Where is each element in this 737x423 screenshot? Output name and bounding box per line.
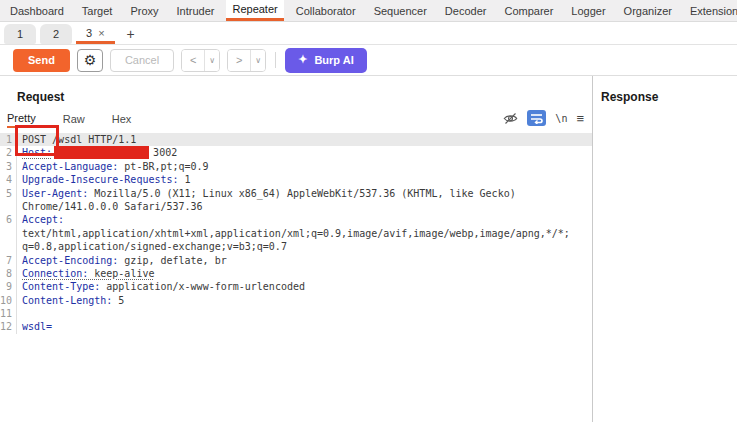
request-line[interactable]: 3Accept-Language: pt-BR,pt;q=0.9 [0, 160, 592, 173]
request-line[interactable]: 8Connection: keep-alive [0, 267, 592, 280]
history-forward-dropdown[interactable]: ∨ [250, 50, 265, 71]
menu-item-dashboard[interactable]: Dashboard [4, 0, 70, 21]
request-line[interactable]: 11 [0, 307, 592, 320]
line-content: Connection: keep-alive [17, 267, 154, 280]
text-segment: Chrome/141.0.0.0 Safari/537.36 [22, 201, 203, 212]
request-line[interactable]: 4Upgrade-Insecure-Requests: 1 [0, 173, 592, 186]
text-segment: pt-BR,pt;q=0.9 [118, 161, 208, 172]
header-name: Upgrade-Insecure-Requests: [22, 174, 179, 185]
header-name: Content-Type: [22, 281, 100, 292]
header-name: Accept: [22, 214, 64, 225]
request-line[interactable]: Chrome/141.0.0.0 Safari/537.36 [0, 200, 592, 213]
line-content: Content-Length: 5 [17, 294, 124, 307]
header-name: Content-Length: [22, 295, 112, 306]
view-tab-raw[interactable]: Raw [63, 113, 85, 127]
chevron-right-icon: > [236, 54, 242, 66]
request-line[interactable]: 9Content-Type: application/x-www-form-ur… [0, 280, 592, 293]
text-segment: application/x-www-form-urlencoded [100, 281, 305, 292]
line-number [0, 200, 17, 213]
view-tab-pretty[interactable]: Pretty [7, 112, 36, 128]
word-wrap-icon[interactable] [527, 110, 546, 126]
line-number: 4 [0, 173, 17, 186]
request-line[interactable]: 12wsdl= [0, 320, 592, 333]
text-segment: text/html,application/xhtml+xml,applicat… [22, 228, 570, 239]
editor-menu-icon[interactable]: ≡ [576, 111, 584, 126]
line-number: 11 [0, 307, 17, 320]
request-line[interactable]: 5User-Agent: Mozilla/5.0 (X11; Linux x86… [0, 187, 592, 200]
request-settings-button[interactable]: ⚙ [77, 49, 103, 72]
request-line[interactable]: 1POST /wsdl HTTP/1.1 [0, 133, 592, 146]
header-name: Connection: [22, 268, 88, 279]
request-line[interactable]: text/html,application/xhtml+xml,applicat… [0, 227, 592, 240]
repeater-tab-strip: 123×+ [0, 22, 737, 45]
repeater-tab-1[interactable]: 1 [4, 24, 36, 44]
line-number [0, 240, 17, 253]
repeater-tab-2[interactable]: 2 [40, 24, 72, 44]
gear-icon: ⚙ [84, 52, 97, 68]
line-content: wsdl= [17, 320, 52, 333]
history-forward-button[interactable]: > [228, 50, 250, 71]
chevron-down-icon: ∨ [255, 56, 261, 65]
line-content: POST /wsdl HTTP/1.1 [17, 133, 136, 146]
text-segment: 5 [112, 295, 124, 306]
request-line[interactable]: 10Content-Length: 5 [0, 294, 592, 307]
request-view-tabs: PrettyRawHex [7, 112, 592, 128]
request-line[interactable]: 2Host:3002 [0, 146, 592, 159]
menu-item-collaborator[interactable]: Collaborator [290, 0, 362, 21]
history-forward-splitbutton: > ∨ [227, 49, 266, 72]
burp-ai-button[interactable]: ✦ Burp AI [285, 48, 367, 73]
request-line[interactable]: 6Accept: [0, 213, 592, 226]
redaction-box [54, 146, 149, 159]
line-content: User-Agent: Mozilla/5.0 (X11; Linux x86_… [17, 187, 516, 200]
menu-item-logger[interactable]: Logger [565, 0, 611, 21]
body-parameter: wsdl= [22, 321, 52, 332]
menu-item-target[interactable]: Target [76, 0, 119, 21]
menu-item-comparer[interactable]: Comparer [498, 0, 559, 21]
text-segment: Mozilla/5.0 (X11; Linux x86_64) AppleWeb… [88, 188, 515, 199]
cancel-button[interactable]: Cancel [110, 49, 174, 72]
response-panel: Response [593, 76, 737, 422]
header-name: Accept-Encoding: [22, 255, 118, 266]
text-segment: POST /wsdl HTTP/1.1 [22, 134, 136, 145]
request-editor[interactable]: 1POST /wsdl HTTP/1.12Host:30023Accept-La… [0, 133, 592, 334]
line-number: 6 [0, 213, 17, 226]
history-back-dropdown[interactable]: ∨ [204, 50, 219, 71]
request-line[interactable]: 7Accept-Encoding: gzip, deflate, br [0, 254, 592, 267]
line-content: Accept-Encoding: gzip, deflate, br [17, 254, 227, 267]
editor-icon-group: \n ≡ [503, 110, 584, 126]
header-name: User-Agent: [22, 188, 88, 199]
send-button[interactable]: Send [13, 49, 70, 72]
text-segment: 3002 [153, 147, 177, 158]
view-tab-hex[interactable]: Hex [112, 113, 132, 127]
line-content: q=0.8,application/signed-exchange;v=b3;q… [17, 240, 287, 253]
request-panel: Request PrettyRawHex [0, 76, 593, 422]
text-segment: keep-alive [88, 268, 154, 279]
line-number: 9 [0, 280, 17, 293]
menu-item-intruder[interactable]: Intruder [171, 0, 221, 21]
menu-item-sequencer[interactable]: Sequencer [368, 0, 433, 21]
burp-ai-label: Burp AI [314, 54, 353, 66]
text-segment: q=0.8,application/signed-exchange;v=b3;q… [22, 241, 287, 252]
menu-item-organizer[interactable]: Organizer [618, 0, 678, 21]
menu-item-extensions[interactable]: Extensions [684, 0, 737, 21]
chevron-down-icon: ∨ [209, 56, 215, 65]
add-tab-button[interactable]: + [119, 26, 143, 44]
request-line[interactable]: q=0.8,application/signed-exchange;v=b3;q… [0, 240, 592, 253]
hide-highlights-icon[interactable] [503, 112, 518, 125]
show-newlines-icon[interactable]: \n [555, 113, 567, 124]
toolbar-divider [275, 52, 276, 68]
menu-item-proxy[interactable]: Proxy [124, 0, 164, 21]
main-menubar: DashboardTargetProxyIntruderRepeaterColl… [0, 0, 737, 22]
menu-item-decoder[interactable]: Decoder [439, 0, 493, 21]
line-number: 5 [0, 187, 17, 200]
close-tab-icon[interactable]: × [98, 27, 104, 39]
repeater-tab-3[interactable]: 3× [76, 24, 115, 44]
history-back-splitbutton: < ∨ [181, 49, 220, 72]
text-segment: gzip, deflate, br [118, 255, 226, 266]
request-panel-title: Request [17, 90, 592, 104]
menu-item-repeater[interactable]: Repeater [226, 0, 283, 21]
repeater-toolbar: Send ⚙ Cancel < ∨ > ∨ ✦ Burp AI [0, 45, 737, 76]
line-number: 8 [0, 267, 17, 280]
line-number: 7 [0, 254, 17, 267]
history-back-button[interactable]: < [182, 50, 204, 71]
